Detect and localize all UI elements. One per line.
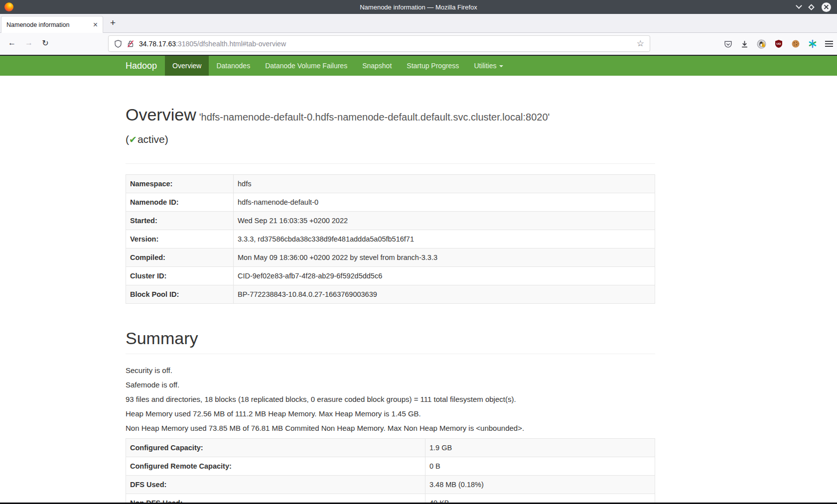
url-host: 34.78.17.63 — [139, 40, 176, 48]
summary-line-safemode: Safemode is off. — [126, 380, 655, 390]
navbar-brand-hadoop[interactable]: Hadoop — [126, 56, 157, 76]
table-row: Cluster ID:CID-9ef02e83-afb7-4f28-ab29-6… — [126, 267, 655, 285]
divider — [126, 163, 655, 164]
menu-icon[interactable] — [825, 41, 833, 47]
namenode-address: 'hdfs-namenode-default-0.hdfs-namenode-d… — [199, 112, 550, 123]
row-label: Configured Capacity: — [126, 439, 425, 457]
table-row: Configured Remote Capacity:0 B — [126, 457, 655, 476]
row-value: 1.9 GB — [425, 439, 655, 457]
table-row: Version:3.3.3, rd37586cbda38c338d9fe481a… — [126, 230, 655, 249]
table-row: Block Pool ID:BP-772238843-10.84.0.27-16… — [126, 285, 655, 304]
namenode-info-table: Namespace:hdfs Namenode ID:hdfs-namenode… — [126, 174, 655, 304]
table-row: Namenode ID:hdfs-namenode-default-0 — [126, 193, 655, 212]
url-path: :31805/dfshealth.html#tab-overview — [176, 40, 286, 48]
summary-line-security: Security is off. — [126, 366, 655, 376]
tab-datanodes[interactable]: Datanodes — [209, 56, 258, 76]
row-label: Configured Remote Capacity: — [126, 457, 425, 476]
row-label: Namespace: — [126, 175, 234, 193]
row-value: BP-772238843-10.84.0.27-1663769003639 — [234, 285, 655, 304]
row-value: Mon May 09 18:36:00 +0200 2022 by stevel… — [234, 249, 655, 267]
tracking-shield-icon[interactable] — [114, 40, 122, 48]
row-value: 0 B — [425, 457, 655, 476]
page-title: Overview'hdfs-namenode-default-0.hdfs-na… — [126, 104, 655, 128]
url-text: 34.78.17.63:31805/dfshealth.html#tab-ove… — [139, 39, 286, 48]
window-titlebar: Namenode information — Mozilla Firefox — [0, 0, 837, 14]
tab-title: Namenode information — [6, 21, 93, 28]
summary-line-nonheap: Non Heap Memory used 73.85 MB of 76.81 M… — [126, 423, 655, 433]
chevron-down-icon — [796, 2, 802, 9]
tab-bar: Namenode information × + — [0, 14, 837, 33]
row-label: Cluster ID: — [126, 267, 234, 285]
row-label: DFS Used: — [126, 476, 425, 494]
tab-overview[interactable]: Overview — [165, 56, 209, 76]
row-label: Compiled: — [126, 249, 234, 267]
tab-close-icon[interactable]: × — [93, 21, 98, 29]
divider — [126, 354, 655, 354]
connection-insecure-lock-icon[interactable] — [127, 40, 135, 48]
tab-datanode-volume-failures[interactable]: Datanode Volume Failures — [258, 56, 355, 76]
row-label: Started: — [126, 212, 234, 230]
ublock-origin-icon[interactable]: UO — [774, 39, 783, 48]
downloads-icon[interactable] — [740, 40, 749, 48]
page-content: Overview'hdfs-namenode-default-0.hdfs-na… — [126, 104, 655, 504]
table-row: DFS Used:3.48 MB (0.18%) — [126, 476, 655, 494]
row-label: Version: — [126, 230, 234, 249]
container-asterisk-icon[interactable] — [808, 39, 817, 48]
namenode-status: (✔active) — [126, 132, 655, 147]
table-row: Configured Capacity:1.9 GB — [126, 439, 655, 457]
cookie-icon[interactable] — [791, 39, 800, 48]
window-close-button[interactable] — [822, 2, 831, 12]
maximize-diamond-icon — [808, 4, 815, 10]
dropdown-utilities[interactable]: Utilities — [466, 56, 510, 76]
window-maximize-button[interactable] — [809, 5, 814, 9]
table-row: Started:Wed Sep 21 16:03:35 +0200 2022 — [126, 212, 655, 230]
status-badge: active) — [138, 133, 168, 145]
row-label: Block Pool ID: — [126, 285, 234, 304]
browser-tab[interactable]: Namenode information × — [1, 16, 103, 33]
window-minimize-button[interactable] — [797, 6, 801, 8]
svg-text:UO: UO — [777, 42, 781, 45]
capacity-table: Configured Capacity:1.9 GB Configured Re… — [126, 438, 655, 504]
firefox-logo-icon — [4, 2, 13, 11]
new-tab-button[interactable]: + — [110, 17, 116, 28]
summary-title: Summary — [126, 327, 655, 350]
reload-button[interactable]: ↻ — [39, 38, 52, 48]
tab-startup-progress[interactable]: Startup Progress — [399, 56, 466, 76]
check-icon: ✔ — [129, 134, 137, 145]
pocket-icon[interactable] — [724, 40, 732, 48]
table-row: Compiled:Mon May 09 18:36:00 +0200 2022 … — [126, 249, 655, 267]
forward-button[interactable]: → — [22, 38, 35, 47]
row-value: 3.48 MB (0.18%) — [425, 476, 655, 494]
extension-penguin-lock-icon[interactable] — [757, 39, 766, 49]
bookmark-star-icon[interactable]: ☆ — [637, 38, 644, 49]
summary-line-files: 93 files and directories, 18 blocks (18 … — [126, 394, 655, 404]
overview-title-text: Overview — [126, 105, 196, 124]
row-value: 3.3.3, rd37586cbda38c338d9fe481addda5a05… — [234, 230, 655, 249]
row-label: Namenode ID: — [126, 193, 234, 212]
tab-snapshot[interactable]: Snapshot — [355, 56, 399, 76]
browser-toolbar: ← → ↻ 34.78.17.63:31805/dfshealth.html#t… — [0, 33, 837, 55]
window-controls — [797, 0, 831, 14]
table-row: Namespace:hdfs — [126, 175, 655, 193]
row-value: CID-9ef02e83-afb7-4f28-ab29-6f592d5dd5c6 — [234, 267, 655, 285]
back-button[interactable]: ← — [5, 38, 18, 47]
row-value: hdfs-namenode-default-0 — [234, 193, 655, 212]
toolbar-extension-area: UO — [724, 33, 833, 55]
url-bar[interactable]: 34.78.17.63:31805/dfshealth.html#tab-ove… — [109, 36, 650, 51]
window-title: Namenode information — Mozilla Firefox — [0, 3, 837, 11]
row-value: hdfs — [234, 175, 655, 193]
caret-down-icon — [499, 65, 503, 67]
row-value: Wed Sep 21 16:03:35 +0200 2022 — [234, 212, 655, 230]
hadoop-navbar: Hadoop Overview Datanodes Datanode Volum… — [0, 55, 837, 76]
summary-line-heap: Heap Memory used 72.56 MB of 111.2 MB He… — [126, 409, 655, 419]
